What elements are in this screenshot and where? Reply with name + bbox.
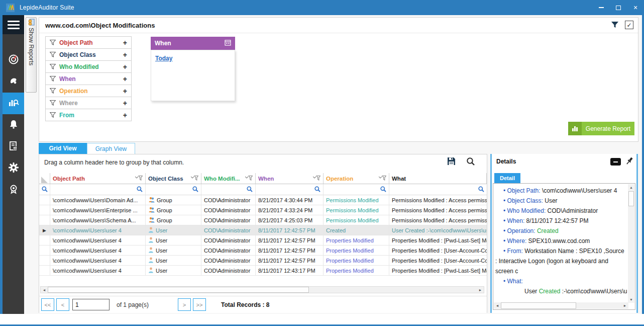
column-filter-icon[interactable] <box>313 176 320 182</box>
pin-icon[interactable] <box>624 156 634 168</box>
cell-what: Permissions Modified : Access permission <box>389 195 487 205</box>
filter-button-operation[interactable]: Operation+ <box>45 85 132 97</box>
filter-cell-op[interactable] <box>324 184 389 195</box>
table-row[interactable]: \com\cod\www\Users\Domain Ad...GroupCOD\… <box>39 195 487 205</box>
table-filter-row <box>39 184 487 195</box>
filter-cell-cls[interactable] <box>146 184 201 195</box>
add-filter-icon[interactable]: + <box>123 51 127 59</box>
tab-grid-view[interactable]: Grid View <box>39 143 87 154</box>
cell-operation: Created <box>324 225 389 235</box>
last-page-button[interactable]: >> <box>193 298 206 311</box>
column-header-who[interactable]: Who Modifi... <box>201 173 256 184</box>
today-link[interactable]: Today <box>155 55 172 62</box>
detail-field-value: \com\cod\www\Users\user 4 <box>542 187 617 194</box>
calendar-icon[interactable] <box>225 39 231 48</box>
select-all-corner[interactable] <box>39 173 50 184</box>
filter-cell-path[interactable] <box>50 184 146 195</box>
table-row[interactable]: \com\cod\www\Users\user 4UserCOD\Adminis… <box>39 246 487 256</box>
row-indicator <box>39 266 50 275</box>
search-icon[interactable] <box>466 157 475 168</box>
column-filter-icon[interactable] <box>379 176 386 182</box>
scroll-left-icon[interactable]: ◄ <box>494 302 501 309</box>
cell-what: Permissions Modified : Access permission <box>389 215 487 225</box>
sidebar-item-settings-gear[interactable] <box>3 157 24 179</box>
tab-detail[interactable]: Detail <box>494 173 520 183</box>
select-checkbox[interactable]: ✓ <box>625 21 633 29</box>
filter-cell-when[interactable] <box>256 184 324 195</box>
filter-cell-who[interactable] <box>201 184 256 195</box>
collapse-details-button[interactable] <box>610 158 621 166</box>
scroll-left-icon[interactable]: ◄ <box>41 287 48 293</box>
filter-button-object-path[interactable]: Object Path+ <box>45 36 132 49</box>
add-filter-icon[interactable]: + <box>123 75 127 83</box>
dashboard-target-icon <box>8 54 19 67</box>
sidebar-item-health-badge[interactable] <box>3 179 24 201</box>
alerts-bell-icon <box>9 119 19 131</box>
filter-button-when[interactable]: When+ <box>45 72 132 85</box>
column-filter-icon[interactable] <box>135 176 143 182</box>
table-row[interactable]: ▶\com\cod\www\Users\user 4UserCOD\Admini… <box>39 225 487 235</box>
table-row[interactable]: \com\cod\www\Users\user 4UserCOD\Adminis… <box>39 256 487 266</box>
first-page-button[interactable]: << <box>41 298 54 311</box>
scrollbar-thumb[interactable] <box>501 302 576 309</box>
show-reports-tab[interactable]: Show Reports <box>26 17 37 93</box>
add-filter-icon[interactable]: + <box>123 99 127 107</box>
add-filter-icon[interactable]: + <box>123 39 127 47</box>
next-page-button[interactable]: > <box>178 298 191 311</box>
funnel-icon <box>50 74 56 84</box>
column-header-when[interactable]: When <box>256 173 324 184</box>
add-filter-icon[interactable]: + <box>123 63 127 71</box>
prev-page-button[interactable]: < <box>56 298 69 311</box>
filter-button-who-modified[interactable]: Who Modified+ <box>45 60 132 73</box>
filter-button-object-class[interactable]: Object Class+ <box>45 48 132 61</box>
table-row[interactable]: \com\cod\www\Users\Enterprise ...GroupCO… <box>39 205 487 215</box>
scroll-up-icon[interactable]: ▲ <box>628 184 634 191</box>
detail-field: • When: 8/11/2017 12:42:57 PM <box>495 216 627 226</box>
page-number-input[interactable] <box>72 299 110 310</box>
column-header-what[interactable]: What <box>389 173 487 184</box>
table-row[interactable]: \com\cod\www\Users\Schema A...GroupCOD\A… <box>39 215 487 225</box>
scroll-right-icon[interactable]: ► <box>621 302 628 309</box>
details-vertical-scrollbar[interactable]: ▲ ▼ <box>628 184 634 303</box>
filter-cell[interactable] <box>39 184 50 195</box>
column-header-path[interactable]: Object Path <box>50 173 146 184</box>
results-table: Object PathObject ClassWho Modifi...When… <box>39 173 487 276</box>
detail-field-label: Who Modified: <box>507 207 546 214</box>
tab-graph-view[interactable]: Graph View <box>87 143 135 154</box>
grid-horizontal-scrollbar[interactable]: ◄ ► <box>40 286 484 293</box>
table-row[interactable]: \com\cod\www\Users\user 4UserCOD\Adminis… <box>39 235 487 246</box>
filter-cell-what[interactable] <box>389 184 487 195</box>
generate-report-button[interactable]: Generate Report <box>568 122 634 135</box>
sidebar-item-audit-reports-chart-search[interactable] <box>3 93 24 114</box>
close-button[interactable]: × <box>627 0 644 15</box>
filter-button-from[interactable]: From+ <box>45 109 132 121</box>
filter-button-where[interactable]: Where+ <box>45 97 132 109</box>
add-filter-icon[interactable]: + <box>123 111 127 119</box>
scroll-right-icon[interactable]: ► <box>477 287 484 293</box>
sidebar-item-reports-document[interactable] <box>3 136 24 157</box>
details-horizontal-scrollbar[interactable]: ◄ ► <box>494 302 628 309</box>
column-filter-icon[interactable] <box>191 176 198 182</box>
table-row[interactable]: \com\cod\www\Users\user 4UserCOD\Adminis… <box>39 266 487 276</box>
sidebar-item-dashboard-target[interactable] <box>3 49 24 71</box>
user-icon <box>148 227 154 234</box>
menu-icon[interactable] <box>3 15 24 34</box>
filter-funnel-icon[interactable] <box>611 21 619 31</box>
column-filter-icon[interactable] <box>245 176 253 182</box>
when-panel-header[interactable]: When <box>151 37 235 50</box>
health-badge-icon <box>9 184 19 196</box>
funnel-icon <box>50 38 56 47</box>
filter-label: Object Path <box>59 39 93 46</box>
scrollbar-thumb[interactable] <box>628 191 634 206</box>
column-header-cls[interactable]: Object Class <box>146 173 201 184</box>
minimize-button[interactable] <box>593 0 610 15</box>
scroll-down-icon[interactable]: ▼ <box>628 296 634 303</box>
add-filter-icon[interactable]: + <box>123 87 127 95</box>
save-icon[interactable] <box>447 157 456 168</box>
details-panel: Details Detail • Object Path: \com\cod\w… <box>490 154 638 313</box>
maximize-button[interactable] <box>610 0 627 15</box>
sidebar-item-live-feed-hand[interactable] <box>3 71 24 93</box>
scrollbar-thumb[interactable] <box>48 287 309 293</box>
sidebar-item-alerts-bell[interactable] <box>3 114 24 136</box>
column-header-op[interactable]: Operation <box>324 173 389 184</box>
